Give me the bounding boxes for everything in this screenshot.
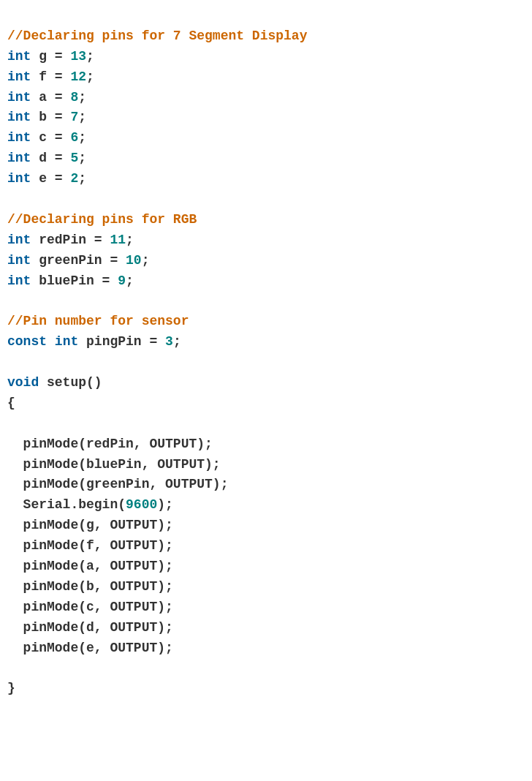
code-keyword: int — [7, 151, 31, 165]
code-text: bluePin = — [31, 273, 118, 288]
code-text: pinMode(greenPin, OUTPUT); — [7, 477, 228, 491]
code-text: pinMode(bluePin, OUTPUT); — [7, 457, 221, 472]
code-line: const int pingPin = 3; — [7, 332, 525, 352]
code-keyword: int — [7, 110, 31, 124]
code-line: pinMode(e, OUTPUT); — [7, 638, 525, 659]
code-keyword: int — [7, 49, 31, 64]
code-text: ; — [173, 334, 181, 349]
code-text: d = — [31, 151, 70, 165]
code-text: greenPin = — [31, 253, 126, 268]
code-line: int f = 12; — [7, 67, 525, 88]
code-line: //Declaring pins for RGB — [7, 210, 525, 230]
code-number: 3 — [165, 334, 173, 349]
code-keyword: int — [7, 171, 31, 186]
code-line: //Declaring pins for 7 Segment Display — [7, 26, 525, 47]
code-keyword: int — [7, 130, 31, 145]
code-text: ; — [126, 273, 134, 288]
code-comment: //Declaring pins for 7 Segment Display — [7, 29, 307, 43]
code-line: int c = 6; — [7, 128, 525, 148]
code-text: pinMode(c, OUTPUT); — [7, 600, 173, 614]
code-line: int greenPin = 10; — [7, 251, 525, 271]
code-keyword: int — [55, 334, 78, 349]
code-text: ; — [78, 110, 86, 124]
code-line — [7, 352, 525, 373]
code-line — [7, 189, 525, 210]
code-number: 10 — [126, 253, 142, 268]
code-text: pinMode(d, OUTPUT); — [7, 620, 173, 635]
code-line: pinMode(f, OUTPUT); — [7, 536, 525, 556]
code-text: f = — [31, 69, 70, 84]
code-line: pinMode(greenPin, OUTPUT); — [7, 475, 525, 495]
code-number: 6 — [70, 130, 78, 145]
code-line: int b = 7; — [7, 107, 525, 128]
code-keyword: int — [7, 273, 31, 288]
code-line: void setup() — [7, 373, 525, 393]
code-text: pinMode(a, OUTPUT); — [7, 559, 173, 573]
code-text — [47, 334, 55, 349]
code-line: pinMode(d, OUTPUT); — [7, 618, 525, 638]
code-keyword: int — [7, 90, 31, 105]
code-line: int d = 5; — [7, 148, 525, 169]
code-line: int g = 13; — [7, 47, 525, 67]
code-keyword: int — [7, 233, 31, 247]
code-line: //Pin number for sensor — [7, 312, 525, 332]
code-text: { — [7, 396, 15, 410]
code-line: } — [7, 679, 525, 699]
code-line: pinMode(redPin, OUTPUT); — [7, 434, 525, 455]
code-line: int e = 2; — [7, 169, 525, 189]
code-text: pinMode(g, OUTPUT); — [7, 518, 173, 532]
code-line: Serial.begin(9600); — [7, 495, 525, 516]
code-text: ; — [78, 90, 86, 105]
code-number: 12 — [70, 69, 86, 84]
code-line: pinMode(bluePin, OUTPUT); — [7, 455, 525, 475]
code-text: pinMode(redPin, OUTPUT); — [7, 437, 213, 451]
code-text: g = — [31, 49, 70, 64]
code-text: setup() — [39, 375, 102, 390]
code-line: pinMode(b, OUTPUT); — [7, 577, 525, 597]
code-text: e = — [31, 171, 70, 186]
code-text: ; — [86, 69, 94, 84]
code-text: a = — [31, 90, 70, 105]
code-text: Serial.begin( — [7, 497, 126, 512]
code-line: pinMode(a, OUTPUT); — [7, 556, 525, 577]
code-text: pinMode(f, OUTPUT); — [7, 538, 173, 553]
code-number: 7 — [70, 110, 78, 124]
code-keyword: int — [7, 69, 31, 84]
code-text: ; — [86, 49, 94, 64]
code-line — [7, 659, 525, 679]
code-line: { — [7, 393, 525, 414]
code-line — [7, 414, 525, 434]
code-number: 2 — [70, 171, 78, 186]
code-text: } — [7, 681, 15, 695]
code-comment: //Pin number for sensor — [7, 314, 189, 328]
code-text: ); — [157, 497, 173, 512]
code-text: ; — [126, 233, 134, 247]
code-line: int redPin = 11; — [7, 230, 525, 251]
code-number: 5 — [70, 151, 78, 165]
code-number: 8 — [70, 90, 78, 105]
code-text: ; — [142, 253, 150, 268]
code-text: ; — [78, 171, 86, 186]
code-line: int a = 8; — [7, 88, 525, 108]
code-line: pinMode(c, OUTPUT); — [7, 597, 525, 618]
code-keyword: void — [7, 375, 39, 390]
code-text: b = — [31, 110, 70, 124]
code-number: 9 — [118, 273, 126, 288]
code-text: pinMode(b, OUTPUT); — [7, 579, 173, 594]
code-text: ; — [78, 130, 86, 145]
code-keyword: int — [7, 253, 31, 268]
code-line: int bluePin = 9; — [7, 271, 525, 292]
code-comment: //Declaring pins for RGB — [7, 212, 197, 227]
code-text: ; — [78, 151, 86, 165]
code-number: 9600 — [126, 497, 157, 512]
code-editor: //Declaring pins for 7 Segment Displayin… — [7, 6, 525, 699]
code-text: redPin = — [31, 233, 110, 247]
code-keyword: const — [7, 334, 47, 349]
code-text: c = — [31, 130, 70, 145]
code-text: pingPin = — [78, 334, 165, 349]
code-text: pinMode(e, OUTPUT); — [7, 641, 173, 655]
code-number: 11 — [110, 233, 126, 247]
code-number: 13 — [70, 49, 86, 64]
code-line: pinMode(g, OUTPUT); — [7, 516, 525, 536]
code-line — [7, 291, 525, 312]
